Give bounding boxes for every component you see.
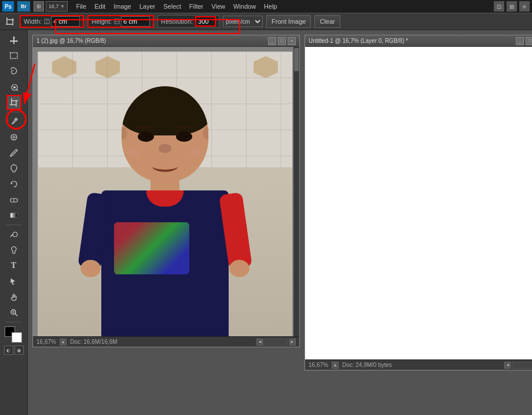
dodge-tool[interactable]	[6, 227, 21, 242]
menu-window[interactable]: Window	[230, 2, 259, 11]
menu-filter[interactable]: Filter	[186, 2, 207, 11]
healing-brush-tool[interactable]	[6, 130, 21, 145]
toggle-icon[interactable]: ⊞	[34, 1, 44, 12]
body	[101, 190, 229, 336]
unit-select[interactable]: pixels/cm pixels/inch	[223, 16, 263, 27]
svg-point-26	[13, 232, 17, 237]
resolution-label: Resolution:	[161, 18, 193, 25]
pen-tool[interactable]	[6, 243, 21, 258]
doc1-controls: _ □ ×	[268, 37, 296, 45]
svg-marker-22	[11, 182, 13, 184]
height-input[interactable]: 6 cm	[121, 16, 150, 27]
menu-bar: Ps Br ⊞ 16,7 ▼ File Edit Image Layer Sel…	[0, 0, 532, 13]
toolbar: T	[0, 30, 28, 415]
menu-layer[interactable]: Layer	[136, 2, 159, 11]
blank-canvas	[310, 52, 532, 359]
menu-file[interactable]: File	[72, 2, 90, 11]
width-label: Width:	[24, 18, 42, 25]
color-swatches[interactable]	[5, 326, 23, 343]
front-image-button[interactable]: Front Image	[266, 15, 311, 28]
view-options-icon[interactable]: ⊞	[507, 1, 517, 12]
height-group: Height: 6 cm	[87, 15, 154, 28]
rectangular-marquee-tool[interactable]	[6, 48, 21, 63]
doc2-title: Untitled-1 @ 16,7% (Layer 0, RGB/8) *	[309, 38, 408, 44]
doc2-content	[305, 47, 532, 359]
menu-edit[interactable]: Edit	[91, 2, 109, 11]
document-window-1: 1 (2).jpg @ 16,7% (RGB/8) _ □ ×	[32, 35, 300, 347]
menu-view[interactable]: View	[208, 2, 229, 11]
doc2-minimize[interactable]: _	[516, 37, 524, 45]
svg-line-11	[17, 90, 18, 91]
menu-image[interactable]: Image	[110, 2, 135, 11]
doc2-scroll-left[interactable]: ◄	[504, 362, 511, 369]
move-tool[interactable]	[6, 32, 21, 47]
path-selection-tool[interactable]	[6, 274, 21, 289]
doc1-titlebar: 1 (2).jpg @ 16,7% (RGB/8) _ □ ×	[33, 35, 299, 47]
zoom-display[interactable]: 16,7 ▼	[46, 1, 68, 12]
doc2-scroll-track[interactable]	[512, 362, 532, 369]
eraser-tool[interactable]	[6, 192, 21, 207]
menu-help[interactable]: Help	[261, 2, 281, 11]
main-area: T	[0, 30, 532, 415]
menu-select[interactable]: Select	[160, 2, 185, 11]
text-tool[interactable]: T	[6, 258, 21, 273]
doc1-zoom: 16,67%	[36, 339, 56, 345]
doc2-titlebar: Untitled-1 @ 16,7% (Layer 0, RGB/8) * _ …	[305, 35, 532, 47]
quick-mask-icon[interactable]: ◐	[4, 346, 13, 355]
eyedropper-tool[interactable]	[6, 114, 21, 129]
svg-rect-25	[10, 213, 17, 218]
doc1-title: 1 (2).jpg @ 16,7% (RGB/8)	[36, 38, 106, 44]
doc1-scroll-right[interactable]: ►	[289, 339, 296, 346]
doc2-zoom: 16,67%	[309, 362, 328, 368]
canvas-area: 1 (2).jpg @ 16,7% (RGB/8) _ □ ×	[28, 30, 532, 415]
history-brush-tool[interactable]	[6, 177, 21, 192]
clear-button[interactable]: Clear	[314, 15, 340, 28]
background-color[interactable]	[12, 332, 22, 343]
lasso-tool[interactable]	[6, 64, 21, 79]
screen-mode-icon[interactable]: ▣	[14, 346, 24, 355]
doc1-scroll-track[interactable]	[265, 339, 288, 346]
doc1-status-icon: ▲	[60, 339, 67, 346]
width-group: Width: 4 cm	[20, 15, 84, 28]
brush-tool[interactable]	[6, 145, 21, 160]
svg-line-29	[15, 314, 17, 316]
bridge-icon[interactable]: Br	[17, 1, 30, 12]
photo-container	[38, 52, 292, 336]
document-window-2: Untitled-1 @ 16,7% (Layer 0, RGB/8) * _ …	[304, 35, 532, 370]
doc2-maximize[interactable]: □	[526, 37, 532, 45]
doc2-status: Doc: 24,9M/0 bytes	[342, 362, 392, 368]
clone-stamp-tool[interactable]	[6, 161, 21, 176]
quick-selection-tool[interactable]	[6, 79, 21, 94]
doc1-scrollbar-v[interactable]	[293, 47, 299, 336]
doc1-status: Doc: 16,6M/16,6M	[70, 339, 118, 345]
doc1-close[interactable]: ×	[288, 37, 296, 45]
doc1-scroll-left[interactable]: ◄	[256, 339, 263, 346]
zoom-tool[interactable]	[6, 305, 21, 320]
height-label: Height:	[91, 18, 112, 25]
width-input[interactable]: 4 cm	[51, 16, 80, 27]
doc1-maximize[interactable]: □	[278, 37, 286, 45]
doc2-controls: _ □ ×	[516, 37, 532, 45]
hand-tool[interactable]	[6, 289, 21, 304]
doc2-scroll-controls: ◄ ►	[504, 362, 532, 369]
options-bar: Width: 4 cm Height: 6 cm Resolution: 300…	[0, 13, 532, 30]
gradient-tool[interactable]	[6, 208, 21, 223]
panel-toggle-icon[interactable]: ≡	[519, 1, 530, 12]
person-head	[122, 86, 208, 182]
crop-tool[interactable]	[6, 95, 21, 110]
doc2-status-icon: ▲	[332, 362, 339, 369]
svg-point-12	[13, 86, 16, 89]
ps-logo: Ps	[2, 1, 14, 12]
doc2-statusbar: 16,67% ▲ Doc: 24,9M/0 bytes ◄ ►	[305, 359, 532, 370]
crop-tool-indicator	[3, 15, 16, 28]
svg-line-27	[10, 234, 13, 237]
doc1-statusbar: 16,67% ▲ Doc: 16,6M/16,6M ◄ ►	[33, 336, 299, 347]
doc1-minimize[interactable]: _	[268, 37, 276, 45]
doc1-scroll-controls: ◄ ►	[256, 339, 296, 346]
svg-marker-8	[10, 36, 18, 44]
resolution-input[interactable]: 300	[195, 16, 216, 27]
workspace-icon[interactable]: ⊡	[494, 1, 504, 12]
svg-rect-9	[10, 53, 17, 58]
resolution-group: Resolution: 300	[157, 15, 219, 28]
doc1-content	[33, 47, 299, 336]
